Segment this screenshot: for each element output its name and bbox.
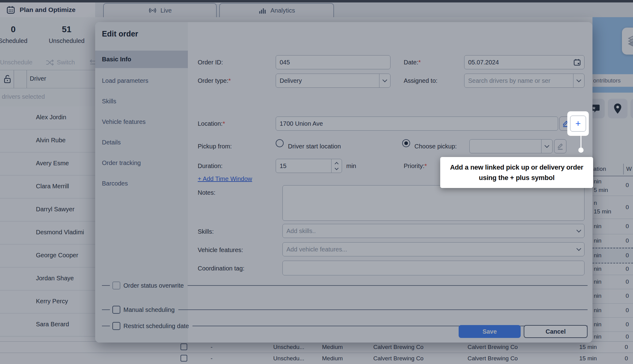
add-linked-order-spotlight: +	[567, 111, 589, 136]
app-root: Plan and Optimize Live Analytics 0 Sched…	[0, 0, 633, 364]
plus-icon: +	[575, 119, 581, 128]
tooltip-connector-line	[581, 136, 581, 148]
tooltip-text-line2: using the + plus symbol	[479, 173, 555, 183]
tour-tooltip: Add a new linked pick up or delivery ord…	[440, 157, 593, 188]
tooltip-connector-dot	[578, 148, 584, 153]
tooltip-text-line1: Add a new linked pick up or delivery ord…	[450, 162, 583, 173]
add-linked-order-button[interactable]: +	[570, 116, 586, 132]
